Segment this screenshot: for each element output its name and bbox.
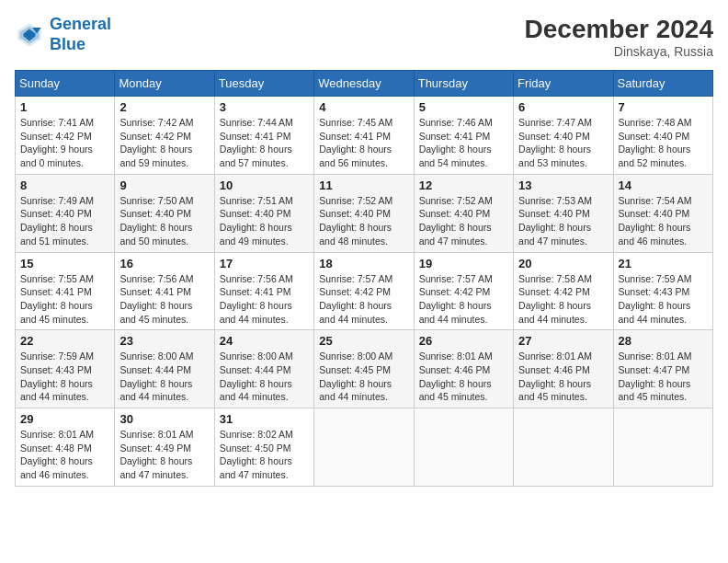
day-info: Sunrise: 7:41 AMSunset: 4:42 PMDaylight:… [20,116,109,170]
calendar-cell: 26Sunrise: 8:01 AMSunset: 4:46 PMDayligh… [414,330,513,408]
day-number: 13 [518,178,608,192]
location: Dinskaya, Russia [525,44,713,59]
calendar-cell: 25Sunrise: 8:00 AMSunset: 4:45 PMDayligh… [314,330,414,408]
day-number: 26 [419,334,508,348]
calendar-cell: 12Sunrise: 7:52 AMSunset: 4:40 PMDayligh… [414,174,513,252]
calendar-cell: 20Sunrise: 7:58 AMSunset: 4:42 PMDayligh… [514,252,613,330]
day-info: Sunrise: 7:56 AMSunset: 4:41 PMDaylight:… [119,272,209,327]
day-info: Sunrise: 7:42 AMSunset: 4:42 PMDaylight:… [119,116,209,170]
day-number: 28 [619,334,708,348]
calendar-cell: 27Sunrise: 8:01 AMSunset: 4:46 PMDayligh… [514,330,613,408]
calendar-cell: 11Sunrise: 7:52 AMSunset: 4:40 PMDayligh… [314,174,414,252]
calendar-cell: 18Sunrise: 7:57 AMSunset: 4:42 PMDayligh… [314,252,414,330]
day-number: 23 [119,334,209,348]
day-number: 4 [319,100,408,114]
calendar-cell: 17Sunrise: 7:56 AMSunset: 4:41 PMDayligh… [214,252,313,330]
day-number: 7 [619,100,708,114]
day-info: Sunrise: 8:01 AMSunset: 4:47 PMDaylight:… [619,350,708,404]
calendar-body: 1Sunrise: 7:41 AMSunset: 4:42 PMDaylight… [16,97,713,487]
calendar-cell: 1Sunrise: 7:41 AMSunset: 4:42 PMDaylight… [16,97,115,175]
calendar-cell [514,408,613,487]
day-number: 24 [220,334,309,348]
day-info: Sunrise: 7:54 AMSunset: 4:40 PMDaylight:… [619,194,708,248]
month-title: December 2024 [525,15,713,44]
day-info: Sunrise: 7:58 AMSunset: 4:42 PMDaylight:… [518,272,608,327]
day-number: 25 [319,334,408,348]
day-number: 10 [220,178,309,192]
day-number: 16 [119,257,209,270]
day-info: Sunrise: 7:57 AMSunset: 4:42 PMDaylight:… [319,272,408,327]
day-number: 30 [119,412,209,426]
day-info: Sunrise: 7:50 AMSunset: 4:40 PMDaylight:… [119,194,209,248]
day-number: 8 [20,178,109,192]
day-number: 6 [518,100,608,114]
calendar-cell: 8Sunrise: 7:49 AMSunset: 4:40 PMDaylight… [16,174,115,252]
day-number: 3 [220,100,309,114]
calendar-cell [314,408,414,487]
day-info: Sunrise: 8:01 AMSunset: 4:46 PMDaylight:… [419,350,508,404]
calendar-cell [613,408,712,487]
day-info: Sunrise: 7:51 AMSunset: 4:40 PMDaylight:… [220,194,309,248]
day-info: Sunrise: 8:02 AMSunset: 4:50 PMDaylight:… [220,428,309,482]
day-info: Sunrise: 7:59 AMSunset: 4:43 PMDaylight:… [20,350,109,404]
logo-text: General Blue [50,15,111,54]
calendar-cell [414,408,513,487]
day-info: Sunrise: 7:52 AMSunset: 4:40 PMDaylight:… [319,194,408,248]
calendar-cell: 15Sunrise: 7:55 AMSunset: 4:41 PMDayligh… [16,252,115,330]
logo-icon [15,20,44,50]
weekday-header: Friday [514,71,613,97]
day-number: 9 [119,178,209,192]
day-info: Sunrise: 7:46 AMSunset: 4:41 PMDaylight:… [419,116,508,170]
calendar-cell: 6Sunrise: 7:47 AMSunset: 4:40 PMDaylight… [514,97,613,175]
day-number: 12 [419,178,508,192]
day-info: Sunrise: 7:59 AMSunset: 4:43 PMDaylight:… [619,272,708,327]
day-number: 14 [619,178,708,192]
weekday-header: Thursday [414,71,513,97]
page-header: General Blue December 2024 Dinskaya, Rus… [15,15,713,59]
calendar-cell: 24Sunrise: 8:00 AMSunset: 4:44 PMDayligh… [214,330,313,408]
weekday-header: Wednesday [314,71,414,97]
day-number: 27 [518,334,608,348]
calendar-week-row: 29Sunrise: 8:01 AMSunset: 4:48 PMDayligh… [16,408,713,487]
calendar-cell: 2Sunrise: 7:42 AMSunset: 4:42 PMDaylight… [115,97,214,175]
day-number: 21 [619,257,708,270]
calendar-header: SundayMondayTuesdayWednesdayThursdayFrid… [16,71,713,97]
calendar-week-row: 1Sunrise: 7:41 AMSunset: 4:42 PMDaylight… [16,97,713,175]
calendar-cell: 7Sunrise: 7:48 AMSunset: 4:40 PMDaylight… [613,97,712,175]
calendar-cell: 13Sunrise: 7:53 AMSunset: 4:40 PMDayligh… [514,174,613,252]
weekday-header-row: SundayMondayTuesdayWednesdayThursdayFrid… [16,71,713,97]
calendar-cell: 3Sunrise: 7:44 AMSunset: 4:41 PMDaylight… [214,97,313,175]
calendar-cell: 31Sunrise: 8:02 AMSunset: 4:50 PMDayligh… [214,408,313,487]
day-number: 5 [419,100,508,114]
day-info: Sunrise: 7:52 AMSunset: 4:40 PMDaylight:… [419,194,508,248]
calendar-cell: 16Sunrise: 7:56 AMSunset: 4:41 PMDayligh… [115,252,214,330]
calendar-cell: 30Sunrise: 8:01 AMSunset: 4:49 PMDayligh… [115,408,214,487]
calendar-cell: 28Sunrise: 8:01 AMSunset: 4:47 PMDayligh… [613,330,712,408]
calendar-cell: 10Sunrise: 7:51 AMSunset: 4:40 PMDayligh… [214,174,313,252]
day-number: 2 [119,100,209,114]
weekday-header: Monday [115,71,214,97]
day-info: Sunrise: 8:00 AMSunset: 4:44 PMDaylight:… [119,350,209,404]
day-info: Sunrise: 7:47 AMSunset: 4:40 PMDaylight:… [518,116,608,170]
weekday-header: Sunday [16,71,115,97]
day-info: Sunrise: 7:53 AMSunset: 4:40 PMDaylight:… [518,194,608,248]
calendar-cell: 4Sunrise: 7:45 AMSunset: 4:41 PMDaylight… [314,97,414,175]
calendar-cell: 21Sunrise: 7:59 AMSunset: 4:43 PMDayligh… [613,252,712,330]
day-number: 31 [220,412,309,426]
calendar-cell: 5Sunrise: 7:46 AMSunset: 4:41 PMDaylight… [414,97,513,175]
day-number: 29 [20,412,109,426]
day-info: Sunrise: 8:00 AMSunset: 4:44 PMDaylight:… [220,350,309,404]
day-number: 11 [319,178,408,192]
calendar-week-row: 22Sunrise: 7:59 AMSunset: 4:43 PMDayligh… [16,330,713,408]
day-info: Sunrise: 7:55 AMSunset: 4:41 PMDaylight:… [20,272,109,327]
day-info: Sunrise: 7:57 AMSunset: 4:42 PMDaylight:… [419,272,508,327]
day-number: 20 [518,257,608,270]
day-info: Sunrise: 7:56 AMSunset: 4:41 PMDaylight:… [220,272,309,327]
calendar-cell: 23Sunrise: 8:00 AMSunset: 4:44 PMDayligh… [115,330,214,408]
calendar-cell: 19Sunrise: 7:57 AMSunset: 4:42 PMDayligh… [414,252,513,330]
day-number: 22 [20,334,109,348]
day-info: Sunrise: 7:45 AMSunset: 4:41 PMDaylight:… [319,116,408,170]
calendar-table: SundayMondayTuesdayWednesdayThursdayFrid… [15,70,713,487]
day-info: Sunrise: 7:49 AMSunset: 4:40 PMDaylight:… [20,194,109,248]
day-number: 15 [20,257,109,270]
